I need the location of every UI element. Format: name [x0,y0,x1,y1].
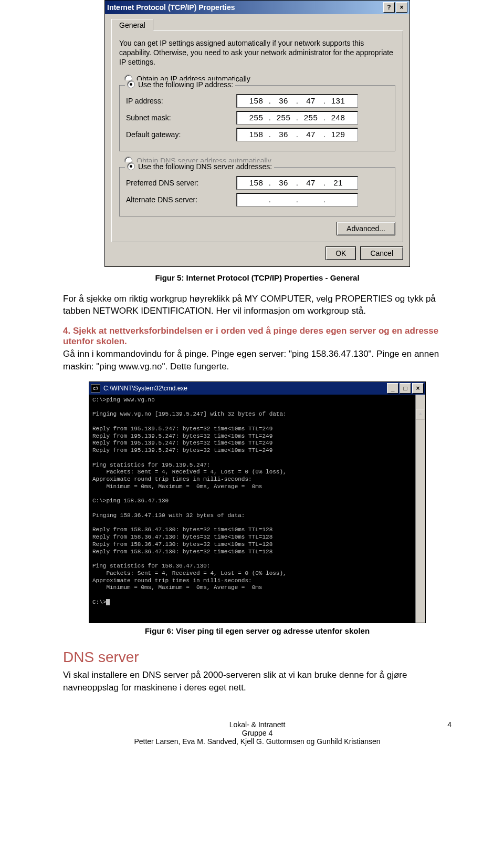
figure5-caption: Figur 5: Internet Protocol (TCP/IP) Prop… [63,273,452,282]
alt-dns-input[interactable]: . . . [236,193,358,207]
window-title: Internet Protocol (TCP/IP) Properties [107,3,382,12]
page-number: 4 [447,720,452,729]
cmd-titlebar: c:\ C:\WINNT\System32\cmd.exe _ □ × [89,382,425,395]
tcpip-properties-dialog: Internet Protocol (TCP/IP) Properties ? … [104,0,410,267]
gateway-input[interactable]: 158. 36. 47. 129 [236,128,358,141]
paragraph-2: Gå inn i kommandovindu for å pinge. Ping… [63,348,452,373]
footer-line1: Lokal- & Intranett [63,720,452,729]
radio-icon[interactable] [127,80,135,88]
advanced-button[interactable]: Advanced... [337,222,395,235]
cmd-text: C:\>ping www.vg.no Pinging www.vg.no [19… [92,397,287,605]
figure6-caption: Figur 6: Viser ping til egen server og a… [63,626,452,635]
step4-heading: 4. Sjekk at nettverksforbindelsen er i o… [63,326,452,347]
close-button[interactable]: × [396,2,407,13]
tab-general[interactable]: General [111,19,153,31]
tab-panel: You can get IP settings assigned automat… [111,30,403,242]
minimize-button[interactable]: _ [387,383,398,394]
cmd-output: C:\>ping www.vg.no Pinging www.vg.no [19… [89,395,425,623]
cmd-title: C:\WINNT\System32\cmd.exe [103,385,386,392]
radio-use-ip-label: Use the following IP address: [138,80,233,89]
ok-button[interactable]: OK [326,246,356,260]
section-heading-dns: DNS server [63,649,452,666]
ip-address-input[interactable]: 158. 36. 47. 131 [236,94,358,108]
maximize-button[interactable]: □ [400,383,411,394]
ip-address-label: IP address: [126,97,236,105]
cmd-icon: c:\ [91,384,100,393]
help-button[interactable]: ? [383,2,395,13]
scroll-up-icon[interactable]: ▲ [416,409,425,419]
radio-icon[interactable] [127,162,135,170]
description-text: You can get IP settings assigned automat… [119,38,395,67]
cursor-icon [106,599,110,605]
page-footer: Lokal- & Intranett Gruppe 4 Petter Larse… [63,720,452,746]
close-button[interactable]: × [412,383,424,394]
scrollbar[interactable]: ▲ [415,395,425,623]
footer-line3: Petter Larsen, Eva M. Sandved, Kjell G. … [63,737,452,746]
titlebar: Internet Protocol (TCP/IP) Properties ? … [105,1,410,14]
dns-groupbox: Use the following DNS server addresses: … [119,167,395,216]
cancel-button[interactable]: Cancel [360,246,403,260]
paragraph-1: For å sjekke om riktig workgrup høyrekli… [63,293,452,318]
pref-dns-input[interactable]: 158. 36. 47. 21 [236,176,358,190]
pref-dns-label: Preferred DNS server: [126,179,236,187]
subnet-mask-label: Subnet mask: [126,113,236,122]
ip-groupbox: Use the following IP address: IP address… [119,85,395,151]
radio-use-dns-label: Use the following DNS server addresses: [138,162,272,171]
gateway-label: Default gateway: [126,130,236,139]
alt-dns-label: Alternate DNS server: [126,195,236,204]
subnet-mask-input[interactable]: 255. 255. 255. 248 [236,111,358,125]
paragraph-3: Vi skal installere en DNS server på 2000… [63,669,452,694]
footer-line2: Gruppe 4 [63,729,452,737]
cmd-window: c:\ C:\WINNT\System32\cmd.exe _ □ × C:\>… [89,381,426,623]
